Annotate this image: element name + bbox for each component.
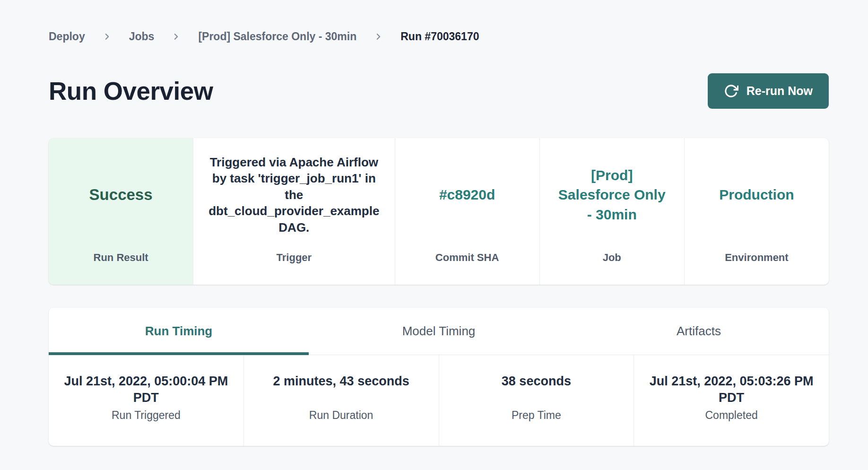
refresh-icon bbox=[724, 84, 738, 98]
run-duration-label: Run Duration bbox=[309, 409, 373, 422]
breadcrumb-job-name[interactable]: [Prod] Salesforce Only - 30min bbox=[198, 30, 356, 43]
run-timing-panel: Jul 21st, 2022, 05:00:04 PM PDT Run Trig… bbox=[49, 355, 829, 446]
tab-model-timing[interactable]: Model Timing bbox=[309, 308, 569, 355]
chevron-right-icon bbox=[373, 32, 383, 42]
tab-artifacts[interactable]: Artifacts bbox=[569, 308, 829, 355]
run-timing-card: Run Timing Model Timing Artifacts Jul 21… bbox=[49, 308, 829, 446]
completed-value: Jul 21st, 2022, 05:03:26 PM PDT bbox=[650, 373, 814, 408]
run-result-value-wrap: Success bbox=[89, 138, 153, 252]
run-duration-value: 2 minutes, 43 seconds bbox=[273, 373, 409, 408]
rerun-now-button[interactable]: Re-run Now bbox=[708, 73, 829, 109]
trigger-section: Triggered via Apache Airflow by task 'tr… bbox=[193, 138, 394, 285]
commit-sha-value-wrap: #c8920d bbox=[439, 138, 495, 252]
prep-time-label: Prep Time bbox=[512, 409, 561, 422]
commit-sha-label: Commit SHA bbox=[435, 252, 499, 285]
job-value-wrap: [Prod] Salesforce Only - 30min bbox=[558, 138, 666, 252]
breadcrumb-current-run: Run #70036170 bbox=[400, 30, 479, 43]
completed-cell: Jul 21st, 2022, 05:03:26 PM PDT Complete… bbox=[634, 355, 829, 446]
rerun-button-label: Re-run Now bbox=[746, 84, 813, 98]
environment-value-wrap: Production bbox=[719, 138, 794, 252]
run-triggered-cell: Jul 21st, 2022, 05:00:04 PM PDT Run Trig… bbox=[49, 355, 243, 446]
run-triggered-value: Jul 21st, 2022, 05:00:04 PM PDT bbox=[64, 373, 228, 408]
breadcrumb-deploy[interactable]: Deploy bbox=[49, 30, 85, 43]
chevron-right-icon bbox=[102, 32, 112, 42]
completed-label: Completed bbox=[705, 409, 758, 422]
breadcrumb: Deploy Jobs [Prod] Salesforce Only - 30m… bbox=[49, 30, 829, 43]
run-overview-page: Deploy Jobs [Prod] Salesforce Only - 30m… bbox=[0, 0, 868, 446]
job-section: [Prod] Salesforce Only - 30min Job bbox=[539, 138, 684, 285]
trigger-value-wrap: Triggered via Apache Airflow by task 'tr… bbox=[208, 138, 379, 252]
commit-sha-section: #c8920d Commit SHA bbox=[395, 138, 539, 285]
chevron-right-icon bbox=[171, 32, 181, 42]
breadcrumb-jobs[interactable]: Jobs bbox=[129, 30, 155, 43]
run-result-label: Run Result bbox=[94, 252, 148, 285]
run-summary-card: Success Run Result Triggered via Apache … bbox=[49, 138, 829, 285]
run-result-status: Success bbox=[89, 186, 153, 204]
run-triggered-label: Run Triggered bbox=[112, 409, 181, 422]
environment-link[interactable]: Production bbox=[719, 185, 794, 204]
tab-bar: Run Timing Model Timing Artifacts bbox=[49, 308, 829, 355]
job-link[interactable]: [Prod] Salesforce Only - 30min bbox=[558, 165, 666, 224]
run-duration-cell: 2 minutes, 43 seconds Run Duration bbox=[243, 355, 439, 446]
tab-run-timing[interactable]: Run Timing bbox=[49, 308, 309, 355]
commit-sha-link[interactable]: #c8920d bbox=[439, 185, 495, 204]
environment-section: Production Environment bbox=[684, 138, 829, 285]
prep-time-cell: 38 seconds Prep Time bbox=[439, 355, 634, 446]
page-title: Run Overview bbox=[49, 77, 213, 105]
environment-label: Environment bbox=[725, 252, 788, 285]
run-result-section: Success Run Result bbox=[49, 138, 193, 285]
page-header: Run Overview Re-run Now bbox=[49, 73, 829, 109]
trigger-description: Triggered via Apache Airflow by task 'tr… bbox=[208, 154, 379, 236]
trigger-label: Trigger bbox=[277, 252, 312, 285]
job-label: Job bbox=[603, 252, 621, 285]
prep-time-value: 38 seconds bbox=[502, 373, 571, 408]
